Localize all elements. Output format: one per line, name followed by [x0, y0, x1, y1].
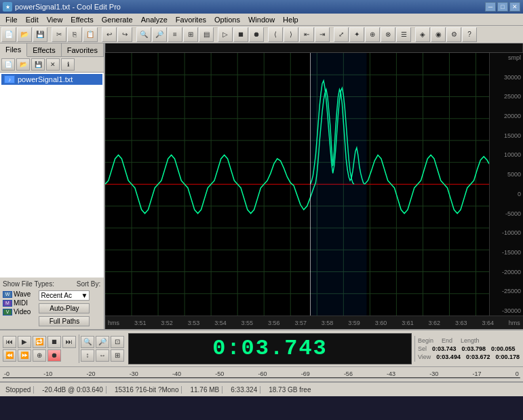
view-length-value: 0:00.178 — [495, 354, 520, 360]
panel-save[interactable]: 💾 — [31, 58, 45, 71]
undo-button[interactable]: ↩ — [102, 27, 117, 42]
punch-button[interactable]: ⊕ — [33, 349, 46, 362]
rew-button[interactable]: ⏪ — [3, 349, 16, 362]
tab-effects[interactable]: Effects — [27, 43, 61, 56]
panel-open[interactable]: 📂 — [16, 58, 30, 71]
view-begin-value: 0:03.494 — [436, 354, 461, 360]
tb10[interactable]: ⟩ — [284, 27, 298, 42]
tb14[interactable]: ✦ — [349, 27, 364, 42]
open-button[interactable]: 📂 — [17, 27, 32, 42]
begin-row: Begin End Length — [418, 337, 520, 344]
tb8[interactable]: ⏺ — [249, 27, 264, 42]
cut-button[interactable]: ✂ — [52, 27, 66, 42]
fwd-button[interactable]: ⏩ — [18, 349, 31, 362]
pos-label-2: -20 — [86, 370, 95, 377]
tb7[interactable]: ⏹ — [233, 27, 248, 42]
begin-label: Begin — [418, 337, 433, 344]
menu-edit[interactable]: Edit — [22, 14, 43, 25]
skip-start-button[interactable]: ⏮ — [3, 336, 16, 348]
copy-button[interactable]: ⎘ — [67, 27, 82, 42]
menu-effects[interactable]: Effects — [66, 14, 97, 25]
position-slider[interactable] — [3, 377, 520, 379]
tb13[interactable]: ⤢ — [334, 27, 349, 42]
zoom-in-h[interactable]: 🔍 — [136, 27, 151, 42]
pos-label-10: -30 — [429, 370, 438, 377]
type-video: V Video — [3, 308, 31, 316]
status-sample: 15316 ?16-bit ?Mono — [112, 386, 182, 394]
video-label: Video — [14, 308, 31, 316]
menu-analyze[interactable]: Analyze — [137, 14, 172, 25]
tab-favorites[interactable]: Favorites — [62, 43, 104, 56]
menu-bar: File Edit View Effects Generate Analyze … — [0, 14, 523, 26]
ruler-356: 3:56 — [268, 320, 280, 326]
main-layout: Files Effects Favorites 📄 📂 💾 ✕ ℹ ♪ powe… — [0, 43, 523, 329]
zoom-in-v[interactable]: ↕ — [81, 349, 94, 362]
menu-file[interactable]: File — [1, 14, 22, 25]
tb20[interactable]: ⚙ — [446, 27, 461, 42]
full-paths-button[interactable]: Full Paths — [39, 316, 90, 326]
panel-close[interactable]: ✕ — [46, 58, 60, 71]
tb6[interactable]: ▷ — [218, 27, 233, 42]
new-button[interactable]: 📄 — [1, 27, 16, 42]
zoom-full-button[interactable]: ⊡ — [111, 336, 124, 348]
panel-info[interactable]: ℹ — [61, 58, 75, 71]
menu-options[interactable]: Options — [210, 14, 244, 25]
title-bar: ★ powerSignal1.txt - Cool Edit Pro ─ □ ✕ — [0, 0, 523, 14]
record-button[interactable]: ⏺ — [47, 349, 61, 362]
length-label: Length — [461, 337, 480, 344]
save-button[interactable]: 💾 — [33, 27, 47, 42]
length-value: 0:00.055 — [491, 345, 516, 352]
file-item[interactable]: ♪ powerSignal1.txt — [1, 74, 102, 85]
zoom-controls: 🔍 🔎 ⊡ ↕ ↔ ⊞ — [79, 335, 125, 363]
loop-button[interactable]: 🔁 — [33, 336, 46, 348]
tb21[interactable]: ? — [462, 27, 477, 42]
menu-view[interactable]: View — [43, 14, 67, 25]
zoom-fit[interactable]: ⊞ — [111, 349, 124, 362]
zoom-out-h[interactable]: 🔎 — [152, 27, 167, 42]
tb4[interactable]: ⊞ — [183, 27, 198, 42]
tb15[interactable]: ⊕ — [365, 27, 380, 42]
axis-5000: 5000 — [490, 171, 523, 178]
transport-row-1: ⏮ ▶ 🔁 ⏹ ⏭ — [3, 336, 76, 348]
paste-button[interactable]: 📋 — [83, 27, 98, 42]
zoom-row-1: 🔍 🔎 ⊡ — [81, 336, 124, 348]
play-button[interactable]: ▶ — [18, 336, 31, 348]
stop-button[interactable]: ⏹ — [47, 336, 61, 348]
zoom-out-v[interactable]: ↔ — [96, 349, 109, 362]
skip-end-button[interactable]: ⏭ — [62, 336, 76, 348]
panel-new[interactable]: 📄 — [1, 58, 15, 71]
tb17[interactable]: ☰ — [396, 27, 411, 42]
tb18[interactable]: ◈ — [415, 27, 430, 42]
zoom-in-button[interactable]: 🔍 — [81, 336, 94, 348]
zoom-out-button[interactable]: 🔎 — [96, 336, 109, 348]
sort-value: Recent Ac — [41, 292, 72, 299]
pos-label-4: -40 — [172, 370, 181, 377]
status-bar: Stopped -20.4dB @ 0:03.640 15316 ?16-bit… — [0, 381, 523, 396]
tb3[interactable]: ≡ — [168, 27, 182, 42]
close-button[interactable]: ✕ — [509, 2, 520, 12]
tb9[interactable]: ⟨ — [268, 27, 283, 42]
menu-favorites[interactable]: Favorites — [172, 14, 210, 25]
tb12[interactable]: ⇥ — [315, 27, 330, 42]
menu-window[interactable]: Window — [244, 14, 279, 25]
pos-label-1: -10 — [43, 370, 52, 377]
type-wave: W Wave — [3, 290, 31, 298]
redo-button[interactable]: ↪ — [117, 27, 132, 42]
menu-help[interactable]: Help — [279, 14, 303, 25]
waveform-display[interactable] — [105, 53, 489, 316]
tab-files[interactable]: Files — [0, 43, 27, 57]
transport-bar: ⏮ ▶ 🔁 ⏹ ⏭ ⏪ ⏩ ⊕ ⏺ 🔍 🔎 ⊡ ↕ ↔ ⊞ 0:03.743 — [0, 329, 523, 366]
axis-n20000: -20000 — [490, 269, 523, 275]
menu-generate[interactable]: Generate — [98, 14, 137, 25]
tb11[interactable]: ⇤ — [299, 27, 314, 42]
sort-dropdown[interactable]: Recent Ac ▼ — [39, 290, 90, 301]
tb19[interactable]: ◉ — [431, 27, 446, 42]
tb16[interactable]: ⊗ — [381, 27, 395, 42]
maximize-button[interactable]: □ — [497, 2, 508, 12]
auto-play-button[interactable]: Auto-Play — [39, 303, 90, 313]
minimize-button[interactable]: ─ — [485, 2, 496, 12]
pos-label-11: -17 — [473, 370, 482, 377]
axis-smpl-label: smpl — [490, 54, 523, 61]
pos-label-7: -69 — [301, 370, 310, 377]
tb5[interactable]: ▤ — [199, 27, 214, 42]
